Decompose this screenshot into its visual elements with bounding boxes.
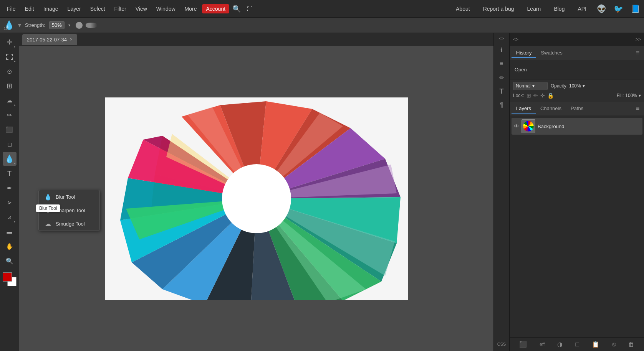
canvas-wrapper[interactable]: 💧 Blur Tool ◇ Sharpen Tool ☁ Smudge Tool… [19, 46, 493, 351]
fill-tool[interactable]: 💧 ▸ [3, 152, 17, 166]
layer-controls: Normal ▾ Opacity: 100% ▾ Lock: ⊞ ✏ [510, 79, 644, 102]
lock-transparency-icon[interactable]: ⊞ [526, 92, 531, 99]
canvas-image[interactable] [105, 97, 408, 300]
menu-more[interactable]: More [181, 4, 201, 13]
layer-visibility-icon[interactable]: 👁 [514, 123, 519, 129]
lock-pixels-icon[interactable]: ✏ [533, 92, 538, 99]
tab-paths[interactable]: Paths [566, 104, 588, 114]
layers-list: 👁 Background [510, 115, 644, 337]
menu-blog[interactable]: Blog [550, 4, 568, 13]
history-open-item[interactable]: Open [515, 67, 527, 73]
link-layers-btn[interactable]: ⬛ [518, 340, 528, 349]
reddit-icon[interactable]: 👽 [596, 3, 607, 15]
lock-position-icon[interactable]: ✛ [540, 92, 545, 99]
canvas-tab[interactable]: 2017-05-22-07-34 × [22, 34, 77, 45]
menu-file[interactable]: File [3, 4, 20, 13]
layer-thumb-inner [523, 121, 533, 131]
history-panel-menu-btn[interactable]: ≡ [633, 48, 642, 58]
tab-swatches[interactable]: Swatches [536, 48, 567, 58]
brush-dropdown-arrow[interactable]: ▾ [18, 21, 21, 29]
search-icon[interactable]: 🔍 [231, 3, 242, 15]
tab-history[interactable]: History [512, 48, 536, 58]
tab-channels[interactable]: Channels [536, 104, 566, 114]
menu-image[interactable]: Image [40, 4, 62, 13]
hand-tool[interactable]: ✋ [3, 239, 17, 253]
panel-collapse-left[interactable]: <> [513, 37, 518, 42]
marquee-tool[interactable]: ▸ [3, 50, 17, 64]
settings-icon[interactable]: ≡ [495, 58, 508, 70]
strength-value[interactable]: 50% [49, 21, 65, 29]
brush-tool[interactable]: ✏ [3, 108, 17, 122]
canvas-svg [105, 97, 408, 300]
fill-value[interactable]: 100% [625, 93, 637, 98]
menu-select[interactable]: Select [86, 4, 109, 13]
blend-mode-arrow: ▾ [532, 83, 535, 89]
stamp-tool[interactable]: ⬛ [3, 123, 17, 137]
context-menu-smudge-tool[interactable]: ☁ Smudge Tool [39, 217, 99, 231]
collapse-left-btn[interactable]: <> [499, 36, 504, 41]
paragraph-strip-icon[interactable]: ¶ [495, 99, 508, 111]
brush-strip-icon[interactable]: ✏ [495, 71, 508, 84]
heal-tool[interactable]: ☁ ▸ [3, 94, 17, 107]
panel-bottom-toolbar: ⬛ eff ◑ □ 📋 ⎋ 🗑 [510, 337, 644, 351]
new-group-btn[interactable]: □ [574, 340, 581, 349]
blend-mode-select[interactable]: Normal ▾ [513, 82, 548, 90]
tab-close-button[interactable]: × [70, 37, 73, 42]
blend-mode-value: Normal [516, 83, 531, 89]
menu-edit[interactable]: Edit [21, 4, 38, 13]
fullscreen-icon[interactable]: ⛶ [244, 3, 255, 15]
opacity-value[interactable]: 100% [569, 83, 581, 89]
facebook-icon[interactable]: 📘 [629, 3, 641, 15]
menu-layer[interactable]: Layer [64, 4, 85, 13]
duplicate-layer-btn[interactable]: ⎋ [611, 340, 618, 349]
crop-tool[interactable]: ⊞ [3, 79, 17, 93]
layer-background-row[interactable]: 👁 Background [512, 118, 642, 135]
layers-panel: Normal ▾ Opacity: 100% ▾ Lock: ⊞ ✏ [510, 79, 644, 351]
twitter-icon[interactable]: 🐦 [613, 3, 624, 15]
zoom-tool[interactable]: 🔍 [3, 254, 17, 268]
menu-learn[interactable]: Learn [523, 4, 545, 13]
shape-tool[interactable]: ▬ [3, 225, 17, 239]
layer-effects-btn[interactable]: eff [538, 341, 546, 348]
text-strip-icon[interactable]: T [495, 85, 508, 97]
menu-view[interactable]: View [132, 4, 151, 13]
menu-report-bug[interactable]: Report a bug [479, 4, 518, 13]
info-icon[interactable]: ℹ [495, 44, 508, 56]
tool-arrow: ▸ [14, 104, 16, 107]
text-tool[interactable]: T [3, 166, 17, 180]
lock-all-icon[interactable]: 🔒 [547, 92, 554, 99]
brush-hard[interactable] [76, 22, 83, 29]
move-tool[interactable]: ✛ ▸ [3, 35, 17, 49]
eraser-tool[interactable]: ◻ [3, 137, 17, 151]
delete-layer-btn[interactable]: 🗑 [627, 340, 636, 349]
history-panel-tabs: History Swatches ≡ [510, 46, 644, 60]
context-menu-blur-tool[interactable]: 💧 Blur Tool [39, 190, 99, 204]
panel-collapse-right[interactable]: >> [636, 37, 641, 42]
smudge-tool[interactable]: ⊳ [3, 196, 17, 209]
add-mask-btn[interactable]: ◑ [556, 340, 564, 349]
history-panel: History Swatches ≡ Open [510, 46, 644, 79]
foreground-color-swatch[interactable] [3, 272, 12, 282]
path-select-tool[interactable]: ⊿ ▸ [3, 210, 17, 224]
menu-api[interactable]: API [574, 4, 590, 13]
lock-label: Lock: [513, 93, 524, 98]
pen-tool[interactable]: ✒ [3, 181, 17, 195]
tool-icon: 💧 15 [4, 20, 14, 30]
menu-account[interactable]: Account [202, 4, 229, 13]
fill-label: Fill: [617, 93, 624, 98]
fill-arrow[interactable]: ▾ [639, 93, 641, 98]
brush-soft[interactable] [86, 23, 97, 28]
layers-panel-menu-btn[interactable]: ≡ [633, 104, 642, 114]
new-layer-btn[interactable]: 📋 [590, 340, 601, 349]
strength-dropdown-arrow[interactable]: ▾ [68, 23, 70, 27]
menu-window[interactable]: Window [152, 4, 179, 13]
right-section: <> ℹ ≡ ✏ T ¶ CSS <> >> History Swatches … [493, 33, 644, 351]
brush-size-badge: 15 [4, 27, 8, 30]
tab-layers[interactable]: Layers [512, 104, 536, 114]
opacity-label: Opacity: [551, 83, 568, 89]
menu-filter[interactable]: Filter [111, 4, 130, 13]
lasso-tool[interactable]: ⊙ [3, 64, 17, 78]
opacity-arrow[interactable]: ▾ [583, 83, 585, 89]
menu-about[interactable]: About [452, 4, 474, 13]
right-menus: About Report a bug Learn Blog API 👽 🐦 📘 [452, 3, 641, 15]
